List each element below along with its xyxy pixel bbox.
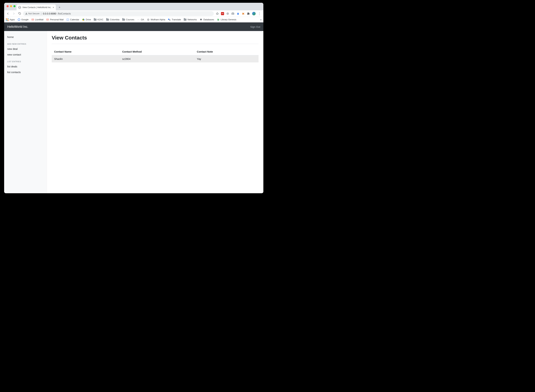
tab-title: View Contacts | HelloWorld Inc. xyxy=(22,6,51,9)
table-header-row: Contact Name Contact Method Contact Note xyxy=(52,48,259,55)
bookmark-k2vc[interactable]: K2VC xyxy=(94,18,103,21)
globe-icon xyxy=(18,6,21,9)
sidebar-item-list-contacts[interactable]: list contacts xyxy=(4,69,47,75)
star-icon[interactable] xyxy=(216,12,219,15)
camera-icon[interactable] xyxy=(231,12,234,15)
table-row[interactable]: Shaolin sz2804 Yay xyxy=(52,55,259,63)
sidebar-item-new-deal[interactable]: new deal xyxy=(4,46,47,52)
profile-avatar[interactable] xyxy=(252,12,256,15)
apps-label: Apps xyxy=(10,18,15,21)
svg-point-0 xyxy=(18,19,20,21)
not-secure-label: Not Secure xyxy=(28,12,39,15)
not-secure-badge: Not Secure xyxy=(25,12,39,15)
bookmarks-bar: Apps Google LionMail Personal Mail 2Cale… xyxy=(4,17,263,22)
main-content: View Contacts Contact Name Contact Metho… xyxy=(47,31,263,193)
extensions-puzzle-icon[interactable] xyxy=(247,12,250,15)
bookmark-courses[interactable]: Courses xyxy=(122,18,134,21)
extension-gray-icon[interactable] xyxy=(226,12,229,15)
forward-button[interactable] xyxy=(11,11,16,16)
address-bar[interactable]: Not Secure | 0.0.0.0:8080/listContacts xyxy=(23,11,214,16)
page-title: View Contacts xyxy=(52,35,259,41)
contacts-table: Contact Name Contact Method Contact Note… xyxy=(52,48,259,62)
bookmark-columbia[interactable]: Columbia xyxy=(106,18,119,21)
sidebar-item-home[interactable]: home xyxy=(4,34,47,40)
url-path: /listContacts xyxy=(58,12,71,15)
app-header: HelloWorld Inc. Sign Out xyxy=(4,22,263,31)
url-host: 0.0.0.0:8080 xyxy=(43,12,56,15)
toolbar-actions: ••• ⋮ xyxy=(215,12,262,15)
bookmarks-overflow-icon[interactable]: » xyxy=(260,18,262,21)
extension-lastpass-icon[interactable]: ••• xyxy=(221,12,224,15)
bookmark-wolfram-alpha[interactable]: Wolfram Alpha xyxy=(147,18,165,21)
sidebar-heading-add: ADD NEW ENTRIES xyxy=(4,40,47,46)
cell-contact-name: Shaolin xyxy=(52,55,120,63)
col-contact-note: Contact Note xyxy=(194,48,259,55)
svg-rect-6 xyxy=(168,19,169,20)
bookmark-lionmail[interactable]: LionMail xyxy=(31,18,43,21)
close-window-button[interactable] xyxy=(7,5,9,7)
window-controls xyxy=(7,5,15,7)
cell-contact-note: Yay xyxy=(194,55,259,63)
tab-strip: View Contacts | HelloWorld Inc. × + xyxy=(4,3,263,10)
bookmark-library-genesis[interactable]: Library Genesis xyxy=(217,18,236,21)
minimize-window-button[interactable] xyxy=(10,5,12,7)
sidebar-item-list-deals[interactable]: list deals xyxy=(4,64,47,69)
browser-tab[interactable]: View Contacts | HelloWorld Inc. × xyxy=(17,5,56,10)
bookmark-oa[interactable]: ⋯OA xyxy=(137,18,144,21)
svg-rect-9 xyxy=(218,19,219,20)
new-tab-button[interactable]: + xyxy=(57,5,62,10)
bookmark-translate[interactable]: Translate xyxy=(168,18,181,21)
maximize-window-button[interactable] xyxy=(14,5,15,7)
bookmark-calendar[interactable]: 2Calendar xyxy=(66,18,79,21)
bookmark-drive[interactable]: Drive xyxy=(82,18,91,21)
cell-contact-method: sz2804 xyxy=(120,55,194,63)
sign-out-link[interactable]: Sign Out xyxy=(250,25,260,28)
extension-metamask-icon[interactable] xyxy=(242,12,245,15)
sidebar-heading-list: LIST ENTRIES xyxy=(4,57,47,64)
svg-rect-8 xyxy=(218,19,218,20)
close-tab-icon[interactable]: × xyxy=(53,6,54,9)
brand-title[interactable]: HelloWorld Inc. xyxy=(7,25,28,29)
col-contact-name: Contact Name xyxy=(52,48,120,55)
apps-shortcut[interactable]: Apps xyxy=(6,18,15,21)
browser-toolbar: Not Secure | 0.0.0.0:8080/listContacts •… xyxy=(4,10,263,17)
reload-button[interactable] xyxy=(17,11,22,16)
sidebar: home ADD NEW ENTRIES new deal new contac… xyxy=(4,31,47,193)
separator: | xyxy=(41,12,42,15)
col-contact-method: Contact Method xyxy=(120,48,194,55)
bookmark-networks[interactable]: Networks xyxy=(184,18,197,21)
bookmark-google[interactable]: Google xyxy=(18,18,29,21)
extension-drop-icon[interactable] xyxy=(237,12,240,15)
bookmark-databases[interactable]: Databases xyxy=(200,18,214,21)
app-body: home ADD NEW ENTRIES new deal new contac… xyxy=(4,31,263,193)
bookmark-personal-mail[interactable]: Personal Mail xyxy=(46,18,64,21)
svg-rect-10 xyxy=(219,19,219,20)
back-button[interactable] xyxy=(5,11,10,16)
browser-window: View Contacts | HelloWorld Inc. × + Not … xyxy=(4,3,263,193)
svg-rect-7 xyxy=(169,19,170,20)
svg-text:2: 2 xyxy=(67,19,68,20)
browser-menu-icon[interactable]: ⋮ xyxy=(258,12,261,15)
sidebar-item-new-contact[interactable]: new contact xyxy=(4,52,47,57)
